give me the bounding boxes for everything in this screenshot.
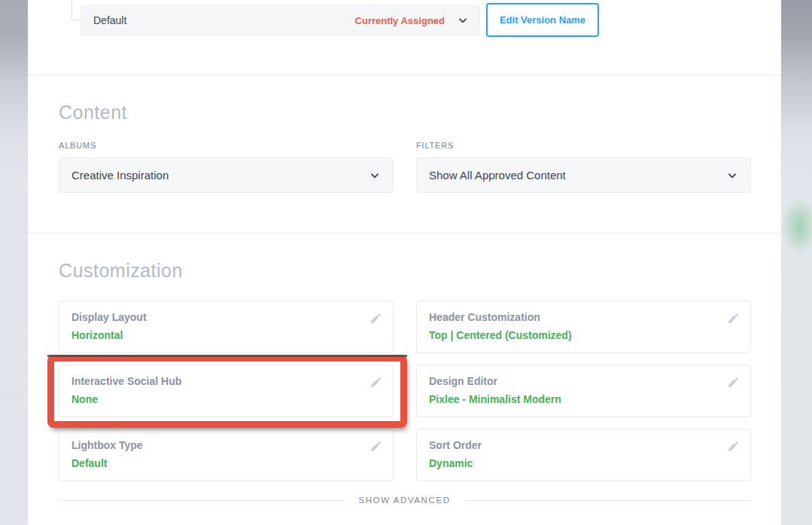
card-design-editor: Design Editor Pixlee - Minimalist Modern [416, 365, 751, 417]
card-title: Display Layout [71, 311, 381, 323]
pencil-edit-icon[interactable] [370, 312, 382, 325]
page-background-right [781, 0, 812, 525]
card-header-customization: Header Customization Top | Centered (Cus… [416, 301, 751, 353]
version-dropdown-value: Default [93, 14, 126, 26]
divider-line [59, 500, 345, 501]
card-value: Dynamic [429, 457, 738, 469]
show-advanced-label: SHOW ADVANCED [345, 496, 464, 505]
filters-field: FILTERS Show All Approved Content [416, 141, 751, 193]
chevron-down-icon [726, 169, 738, 182]
card-title: Interactive Social Hub [71, 375, 381, 387]
chevron-down-icon [369, 169, 381, 182]
card-title: Sort Order [429, 439, 738, 451]
content-section-title: Content [59, 102, 127, 124]
albums-field: ALBUMS Creative Inspiration [59, 141, 394, 193]
albums-dropdown-value: Creative Inspiration [71, 169, 169, 182]
pencil-edit-icon[interactable] [727, 376, 740, 389]
albums-dropdown[interactable]: Creative Inspiration [59, 157, 394, 193]
card-value: None [71, 393, 381, 405]
chevron-down-icon [457, 14, 469, 26]
card-value: Default [71, 457, 381, 469]
pencil-edit-icon[interactable] [727, 440, 740, 453]
filters-label: FILTERS [416, 141, 751, 150]
card-lightbox-type: Lightbox Type Default [59, 429, 394, 481]
card-title: Lightbox Type [71, 439, 381, 451]
pencil-edit-icon[interactable] [727, 312, 740, 325]
pencil-edit-icon[interactable] [370, 440, 382, 453]
card-sort-order: Sort Order Dynamic [416, 429, 751, 481]
show-advanced-toggle[interactable]: SHOW ADVANCED [59, 496, 750, 505]
card-display-layout: Display Layout Horizontal [59, 301, 394, 353]
settings-panel: Default Currently Assigned Edit Version … [28, 0, 781, 525]
filters-dropdown[interactable]: Show All Approved Content [416, 157, 751, 193]
card-value: Horizontal [71, 329, 381, 341]
content-section: Content ALBUMS Creative Inspiration FILT… [28, 75, 781, 234]
card-value: Top | Centered (Customized) [429, 329, 738, 341]
card-title: Design Editor [429, 375, 738, 387]
edit-version-name-button[interactable]: Edit Version Name [486, 3, 599, 37]
albums-label: ALBUMS [59, 141, 394, 150]
card-title: Header Customization [429, 311, 738, 323]
customization-section-title: Customization [59, 260, 183, 282]
customization-section: Customization Display Layout Horizontal … [28, 234, 781, 525]
card-value: Pixlee - Minimalist Modern [429, 393, 738, 405]
card-interactive-social-hub: Interactive Social Hub None [59, 365, 394, 417]
version-dropdown[interactable]: Default Currently Assigned [81, 5, 480, 35]
pencil-edit-icon[interactable] [370, 376, 382, 389]
divider-line [464, 500, 750, 501]
filters-dropdown-value: Show All Approved Content [429, 169, 566, 182]
page-background-left [0, 0, 28, 525]
currently-assigned-badge: Currently Assigned [355, 15, 445, 26]
version-bar-section: Default Currently Assigned Edit Version … [28, 0, 781, 75]
